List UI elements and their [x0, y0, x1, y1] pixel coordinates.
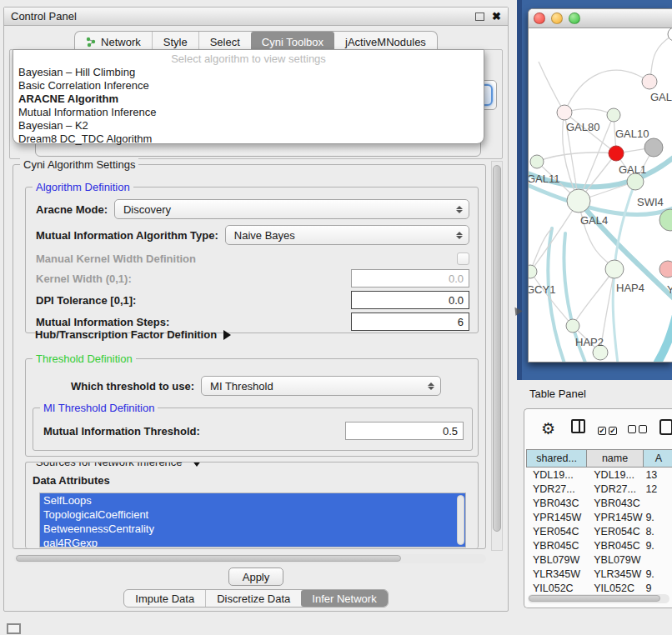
- network-node-red[interactable]: [609, 146, 624, 161]
- kernel-width-field[interactable]: 0.0: [351, 269, 469, 288]
- table-horizontal-scrollbar[interactable]: [528, 594, 669, 603]
- kernel-width-label: Kernel Width (0,1):: [36, 272, 132, 285]
- cell-shared[interactable]: YBR043C: [526, 498, 587, 509]
- document-icon[interactable]: [659, 419, 672, 435]
- minimize-traffic-light-icon[interactable]: [551, 12, 563, 24]
- network-window[interactable]: GAL GAL80 GAL10 GAL1 SWI4 GAL11 GAL4 GCY…: [528, 8, 672, 362]
- expand-right-icon[interactable]: [223, 330, 231, 340]
- network-node-gal10[interactable]: [607, 108, 620, 122]
- network-node[interactable]: [668, 28, 672, 41]
- cell-name[interactable]: YLR345W: [587, 568, 644, 580]
- attribute-list-scrollbar[interactable]: [457, 495, 464, 545]
- cell-shared[interactable]: YDL19...: [526, 469, 587, 481]
- algorithm-option-selected[interactable]: ARACNE Algorithm: [13, 92, 484, 106]
- network-node-gal4[interactable]: [567, 189, 590, 212]
- zoom-traffic-light-icon[interactable]: [569, 12, 580, 24]
- table-row[interactable]: YDR27...YDR27...12: [526, 482, 672, 496]
- cell-value[interactable]: 9.: [644, 512, 672, 523]
- cell-name[interactable]: YDR27...: [587, 483, 644, 495]
- manual-kernel-checkbox[interactable]: [457, 252, 469, 265]
- table-row[interactable]: YDL19...YDL19...13: [526, 468, 672, 482]
- attribute-item[interactable]: gal4RGexp: [40, 536, 465, 548]
- cell-shared[interactable]: YIL052C: [526, 582, 587, 593]
- mi-type-combobox[interactable]: Naive Bayes: [225, 225, 469, 245]
- cell-name[interactable]: YBR043C: [587, 498, 644, 509]
- gear-icon[interactable]: ⚙: [541, 419, 555, 438]
- table-row[interactable]: YBR045CYBR045C9.: [526, 538, 672, 552]
- float-window-icon[interactable]: [475, 12, 484, 21]
- which-threshold-combobox[interactable]: MI Threshold: [201, 376, 441, 396]
- algorithm-option[interactable]: Basic Correlation Inference: [13, 79, 484, 92]
- network-node-gal80[interactable]: [557, 105, 572, 120]
- control-panel-titlebar[interactable]: Control Panel ✖: [4, 8, 508, 26]
- cell-name[interactable]: YIL052C: [587, 582, 644, 593]
- network-node-hap4[interactable]: [605, 260, 624, 278]
- table-row[interactable]: YIL052CYIL052C9: [526, 581, 672, 592]
- algorithm-option[interactable]: Dream8 DC_TDC Algorithm: [13, 132, 484, 146]
- cell-shared[interactable]: YBL079W: [526, 554, 587, 566]
- apply-button[interactable]: Apply: [228, 568, 284, 586]
- network-node-gray[interactable]: [644, 138, 663, 157]
- aracne-mode-combobox[interactable]: Discovery: [114, 199, 469, 219]
- table-row[interactable]: YPR145WYPR145W9.: [526, 510, 672, 524]
- table-row[interactable]: YLR345WYLR345W9.: [526, 567, 672, 581]
- column-header-partial[interactable]: A: [644, 449, 672, 468]
- cell-value[interactable]: 12: [644, 483, 672, 495]
- network-icon: [86, 37, 97, 48]
- cell-name[interactable]: YBR045C: [587, 540, 644, 552]
- cell-name[interactable]: YER054C: [587, 526, 644, 538]
- algorithm-option[interactable]: Bayesian – Hill Climbing: [13, 66, 484, 79]
- cell-value[interactable]: 9: [644, 582, 672, 593]
- collapsed-panel-icon[interactable]: [7, 623, 21, 634]
- threshold-definition-title: Threshold Definition: [33, 352, 136, 365]
- network-node-gcy1[interactable]: [529, 265, 537, 278]
- cell-value[interactable]: 9.: [644, 568, 672, 580]
- tab-discretize-data[interactable]: Discretize Data: [205, 590, 301, 607]
- algorithm-prompt: Select algorithm to view settings: [13, 52, 484, 66]
- column-header-shared[interactable]: shared...: [526, 449, 587, 468]
- close-traffic-light-icon[interactable]: [534, 12, 545, 24]
- settings-horizontal-scrollbar[interactable]: [14, 554, 486, 563]
- attribute-item[interactable]: SelfLoops: [40, 493, 465, 508]
- sources-group-title[interactable]: Sources for Network Inference: [33, 462, 205, 468]
- attribute-item[interactable]: TopologicalCoefficient: [40, 508, 465, 522]
- cell-name[interactable]: YPR145W: [587, 512, 644, 523]
- cell-shared[interactable]: YPR145W: [526, 512, 587, 523]
- spinner-arrows-icon: [455, 206, 464, 213]
- network-node-gal11[interactable]: [530, 155, 544, 168]
- split-columns-icon[interactable]: [571, 419, 585, 433]
- network-node-hap2[interactable]: [566, 319, 579, 332]
- cell-shared[interactable]: YBR045C: [526, 540, 587, 552]
- table-row[interactable]: YBR043CYBR043C: [526, 496, 672, 510]
- tab-infer-network[interactable]: Infer Network: [301, 590, 387, 607]
- network-window-titlebar[interactable]: [529, 9, 672, 28]
- cell-name[interactable]: YDL19...: [587, 469, 644, 481]
- dpi-tolerance-field[interactable]: 0.0: [351, 291, 469, 309]
- network-node[interactable]: [642, 74, 657, 89]
- network-canvas[interactable]: GAL GAL80 GAL10 GAL1 SWI4 GAL11 GAL4 GCY…: [529, 28, 672, 362]
- close-icon[interactable]: ✖: [492, 12, 501, 21]
- collapse-down-icon[interactable]: [192, 462, 202, 467]
- cell-value[interactable]: 9.: [644, 540, 672, 552]
- network-node-gal1[interactable]: [627, 173, 644, 190]
- table-row[interactable]: YER054CYER054C8.: [526, 524, 672, 538]
- cell-shared[interactable]: YLR345W: [526, 568, 587, 580]
- table-row[interactable]: YBL079WYBL079W: [526, 552, 672, 567]
- select-all-columns-icon[interactable]: ✔✔: [598, 422, 619, 437]
- settings-vertical-scrollbar[interactable]: [491, 161, 503, 551]
- cell-shared[interactable]: YDR27...: [526, 483, 587, 495]
- algorithm-option[interactable]: Bayesian – K2: [13, 119, 484, 132]
- mi-threshold-field[interactable]: 0.5: [345, 422, 464, 440]
- cell-name[interactable]: YBL079W: [587, 554, 644, 566]
- unselect-all-columns-icon[interactable]: [628, 422, 649, 437]
- cell-value[interactable]: 13: [644, 469, 672, 481]
- algorithm-option[interactable]: Mutual Information Inference: [13, 106, 484, 119]
- attribute-item[interactable]: BetweennessCentrality: [40, 522, 465, 536]
- column-header-name[interactable]: name: [587, 449, 644, 468]
- hub-definition-toggle[interactable]: Hub/Transcription Factor Definition: [35, 328, 469, 341]
- network-node-salmon[interactable]: [659, 261, 672, 278]
- tab-impute-data[interactable]: Impute Data: [124, 590, 205, 607]
- cell-value[interactable]: 8.: [644, 526, 672, 538]
- data-attributes-list[interactable]: SelfLoops TopologicalCoefficient Between…: [39, 492, 466, 548]
- cell-shared[interactable]: YER054C: [526, 526, 587, 538]
